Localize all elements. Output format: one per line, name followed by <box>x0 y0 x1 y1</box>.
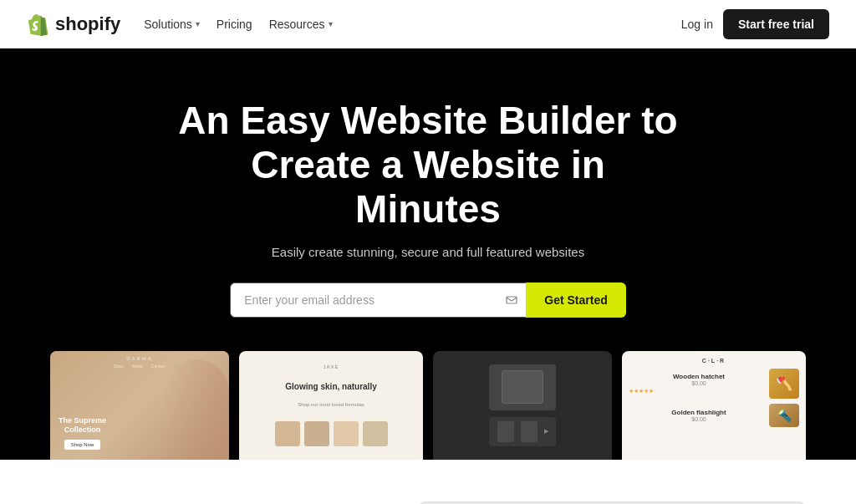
svg-rect-0 <box>507 297 517 303</box>
start-trial-button[interactable]: Start free trial <box>723 9 829 39</box>
logo-text: shopify <box>55 13 120 35</box>
shopify-logo-icon <box>27 13 50 36</box>
store-preview-1: DARMA Shop About Contact The SupremeColl… <box>50 351 229 460</box>
navbar: shopify Solutions ▾ Pricing Resources ▾ … <box>0 0 856 48</box>
logo-link[interactable]: shopify <box>27 13 120 36</box>
store-previews: DARMA Shop About Contact The SupremeColl… <box>17 351 839 460</box>
store-preview-4: C·L·R Wooden hatchet $0.00 ★★★★★ 🪓 Golde… <box>622 351 806 460</box>
email-input[interactable] <box>230 283 497 318</box>
hero-subtext: Easily create stunning, secure and full … <box>17 245 839 259</box>
nav-left: shopify Solutions ▾ Pricing Resources ▾ <box>27 13 333 36</box>
store-preview-2: JAXE Glowing skin, naturally Shop our mo… <box>239 351 423 460</box>
solutions-chevron-icon: ▾ <box>196 19 200 28</box>
resources-chevron-icon: ▾ <box>329 19 333 28</box>
hero-form: Get Started <box>17 283 839 318</box>
email-icon <box>497 283 526 318</box>
resources-nav-link[interactable]: Resources ▾ <box>269 18 333 31</box>
solutions-nav-link[interactable]: Solutions ▾ <box>144 18 200 31</box>
get-started-button[interactable]: Get Started <box>526 283 625 318</box>
nav-right: Log in Start free trial <box>681 9 829 39</box>
store-preview-3: ▶ <box>433 351 612 460</box>
nav-links: Solutions ▾ Pricing Resources ▾ <box>144 18 332 31</box>
login-button[interactable]: Log in <box>681 18 713 31</box>
pricing-nav-link[interactable]: Pricing <box>217 18 252 31</box>
hero-section: An Easy Website Builder to Create a Webs… <box>0 48 856 460</box>
below-hero-section: A fully customizable website builder Tho… <box>0 460 856 504</box>
hero-heading: An Easy Website Builder to Create a Webs… <box>177 99 679 232</box>
